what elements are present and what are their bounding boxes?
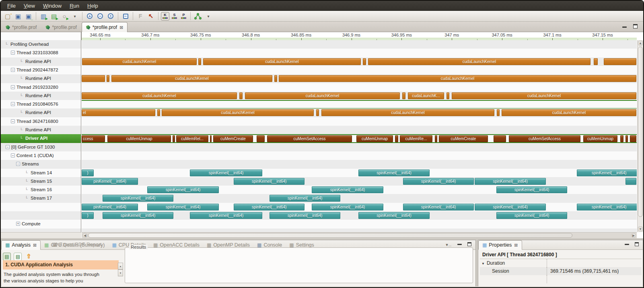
close-icon[interactable]: ⊠ — [119, 25, 123, 30]
scroll-down-icon[interactable]: ▼ — [638, 227, 643, 231]
kernel-interval[interactable]: spinKernel(__int64) — [496, 186, 567, 193]
kernel-interval[interactable]: spinKernel(__int64) — [358, 212, 430, 219]
sidebar-item-streams[interactable]: −Streams — [1, 160, 81, 169]
collapse-caret-icon[interactable]: ▼ — [481, 262, 485, 266]
driver-api-interval[interactable] — [494, 135, 506, 142]
kernel-interval[interactable]: spinKernel(__int64) — [496, 212, 567, 219]
kernel-interval[interactable]: spinKernel(__int64) — [358, 170, 430, 176]
kernel-interval[interactable]: spinKernel(__int64) — [312, 186, 383, 193]
runtime-api-interval[interactable] — [107, 75, 109, 82]
search-profile-icon[interactable]: ○▶ — [60, 11, 69, 21]
sidebar-item-runtime-api[interactable]: └Runtime API — [1, 92, 81, 100]
driver-api-interval[interactable]: cuMemUnmap — [107, 135, 171, 142]
kernel-interval[interactable]: spinKernel(__int64) — [475, 204, 546, 210]
sidebar-item-context-1-cuda-[interactable]: −Context 1 (CUDA) — [1, 151, 81, 160]
runtime-api-interval[interactable]: cudaLaunchKernel — [245, 92, 400, 99]
analysis-fork-icon[interactable] — [193, 11, 203, 21]
runtime-api-interval[interactable] — [198, 58, 201, 65]
sidebar-item-thread-2902447872[interactable]: −Thread 2902447872 — [1, 66, 81, 75]
sidebar-item-runtime-api[interactable]: └Runtime API — [1, 126, 81, 135]
kernel-interval[interactable]: ) — [82, 212, 94, 219]
maximize-icon[interactable] — [635, 242, 639, 246]
collapse-icon[interactable]: − — [11, 68, 15, 72]
driver-api-interval[interactable]: cuMemSetAccess — [509, 135, 580, 142]
runtime-api-interval[interactable]: cudaLaunchK... — [408, 92, 444, 99]
driver-api-interval[interactable] — [257, 135, 265, 142]
export-pdf-button[interactable]: Export PDF Report — [53, 242, 102, 247]
kernel-interval[interactable]: spinKernel(__int64) — [403, 204, 474, 210]
runtime-api-interval[interactable] — [446, 92, 449, 99]
promote-analysis-icon[interactable]: ⇧ — [25, 252, 33, 260]
runtime-api-interval[interactable]: cudaLaunchKernel — [82, 58, 197, 65]
scroll-right-icon[interactable]: ▶ — [631, 233, 636, 238]
menu-run[interactable]: Run — [66, 1, 83, 11]
property-row[interactable]: ▼Duration — [480, 259, 642, 267]
profile-application-icon[interactable]: ▥▶ — [39, 11, 48, 21]
runtime-api-interval[interactable] — [82, 75, 105, 82]
kernel-interval[interactable]: spinKernel(__int64) — [577, 170, 637, 176]
editor-tab-2[interactable]: *profile.prof — [41, 22, 80, 33]
runtime-api-interval[interactable] — [497, 109, 500, 116]
analysis-dropdown-icon[interactable]: ▾ — [204, 11, 213, 21]
kernel-interval[interactable]: spinKernel(__int64) — [475, 178, 546, 185]
collapse-all-icon[interactable]: − — [121, 11, 130, 21]
profile-timeline-icon[interactable]: ▤▶ — [49, 11, 59, 21]
driver-api-interval[interactable] — [173, 135, 175, 142]
runtime-api-interval[interactable]: cudaLaunchKernel — [82, 92, 237, 99]
sidebar-item-stream-15[interactable]: └Stream 15 — [1, 177, 81, 186]
tab-analysis[interactable]: ▦Analysis⊠ — [1, 240, 41, 250]
driver-api-interval[interactable]: cuMemCreate — [213, 135, 253, 142]
menu-help[interactable]: Help — [83, 1, 102, 11]
sidebar-item-compute[interactable]: +Compute — [1, 220, 81, 229]
scroll-up-icon[interactable]: ▲ — [638, 41, 643, 45]
sidebar-item-runtime-api[interactable]: └Runtime API — [1, 108, 81, 117]
minimize-icon[interactable] — [457, 244, 462, 245]
kernel-interval[interactable]: spinKernel(__int64) — [234, 178, 305, 185]
menu-file[interactable]: File — [3, 1, 20, 11]
sidebar-item-thread-3624716800[interactable]: −Thread 3624716800 — [1, 117, 81, 126]
sidebar-item-stream-14[interactable]: └Stream 14 — [1, 169, 81, 178]
save-as-icon[interactable]: ▣‥ — [24, 11, 33, 21]
driver-api-interval[interactable]: cuMemCreate — [439, 135, 488, 142]
sidebar-item-thread-2919233280[interactable]: −Thread 2919233280 — [1, 83, 81, 92]
sidebar-item-runtime-api[interactable]: └Runtime API — [1, 74, 81, 83]
runtime-api-interval[interactable]: cudaLaunchKernel — [321, 109, 494, 116]
sidebar-item-runtime-api[interactable]: └Runtime API — [1, 57, 81, 66]
driver-api-interval[interactable]: cuMemRel... — [176, 135, 208, 142]
spinner-up-icon[interactable]: ▲ — [118, 263, 123, 270]
new-window-icon[interactable]: ▢• — [3, 11, 12, 21]
runtime-api-interval[interactable]: el — [82, 109, 155, 116]
runtime-api-interval[interactable] — [239, 92, 243, 99]
kernel-interval[interactable]: spinKernel(__int64) — [190, 170, 262, 176]
kernel-interval[interactable]: spinKernel(__int64) — [403, 178, 474, 185]
runtime-api-interval[interactable]: cudaLaunchKernel — [203, 58, 361, 65]
driver-api-interval[interactable] — [395, 135, 398, 142]
runtime-api-interval[interactable]: cudaLaunchKernel — [111, 75, 272, 82]
guided-analysis-icon[interactable]: ▤ — [3, 253, 11, 261]
kernel-interval[interactable]: spinKernel(__int64) — [312, 204, 383, 210]
color-by-stream-icon[interactable]: S — [170, 12, 179, 20]
runtime-api-interval[interactable] — [157, 109, 160, 116]
driver-api-interval[interactable]: cuMemUnmap — [356, 135, 393, 142]
collapse-icon[interactable]: − — [11, 153, 15, 157]
kernel-interval[interactable]: pinKernel(__int64) — [82, 204, 138, 210]
color-by-kernel-icon[interactable]: K — [161, 12, 169, 20]
sidebar-item-stream-16[interactable]: └Stream 16 — [1, 186, 81, 194]
sidebar-item--0-geforce-gt-1030[interactable]: −[0] GeForce GT 1030 — [1, 143, 81, 152]
minimize-icon[interactable] — [622, 27, 627, 28]
collapse-icon[interactable]: − — [11, 102, 15, 106]
vertical-scroll-thumb[interactable] — [638, 47, 643, 217]
vertical-scrollbar[interactable]: ▲ ▼ — [637, 40, 643, 232]
color-by-process-icon[interactable]: P — [179, 12, 188, 20]
sidebar-item-thread-3231033088[interactable]: −Thread 3231033088 — [1, 49, 81, 57]
sidebar-item-profiling-overhead[interactable]: └Profiling Overhead — [1, 40, 81, 49]
horizontal-scroll-thumb[interactable] — [88, 233, 572, 238]
kernel-interval[interactable]: ) — [82, 170, 94, 176]
runtime-api-interval[interactable]: cudaLaunchKernel — [452, 92, 636, 99]
runtime-api-interval[interactable] — [274, 75, 277, 82]
minimize-icon[interactable] — [625, 244, 629, 245]
sidebar-item-driver-api[interactable]: └Driver API — [1, 134, 81, 143]
collapse-icon[interactable]: − — [16, 162, 20, 166]
runtime-api-interval[interactable]: cudaLaunchKernel — [162, 109, 314, 116]
kernel-interval[interactable]: spinKernel(__int64) — [234, 204, 305, 210]
